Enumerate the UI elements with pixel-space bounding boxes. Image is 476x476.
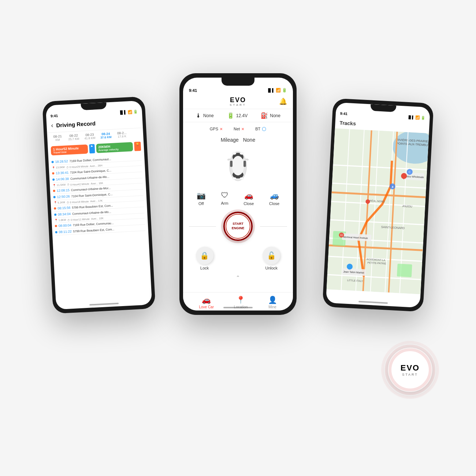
svg-rect-33 <box>397 264 412 277</box>
date-col-5[interactable]: 08-2... 17.8 K <box>115 131 130 138</box>
trunk-icon: 🚗 <box>244 191 253 200</box>
camera-control[interactable]: 📷 Off <box>197 191 206 206</box>
right-status-icons: ▐▌▌ 📶 🔋 <box>407 115 425 120</box>
lock-label: Lock <box>200 266 209 270</box>
evo-badge-logo: EVO <box>401 363 420 373</box>
battery-icon: 🔋 <box>133 109 138 114</box>
car-top-view <box>183 148 293 185</box>
bt-connection: BT ⬡ <box>255 126 266 132</box>
nav-love-car[interactable]: 🚗 Love Car <box>199 295 214 309</box>
camera-label: Off <box>198 201 204 206</box>
svg-text:C: C <box>409 170 411 174</box>
right-home-indicator <box>358 301 388 304</box>
love-car-label: Love Car <box>199 305 214 309</box>
window-control[interactable]: 🚙 Close <box>269 191 279 206</box>
date-col-3[interactable]: 08-23 41.8 KM <box>82 133 97 140</box>
phone-center: 9:41 ▐▌▌ 📶 🔋 EVO START 🔔 🌡 No <box>179 73 297 315</box>
trunk-control[interactable]: 🚗 Close <box>243 191 254 206</box>
travel-time-stat: 1 Hour52 Minute Travel time <box>51 144 88 155</box>
evo-badge: EVO START <box>388 348 432 392</box>
temp-sensor: 🌡 None <box>196 112 214 119</box>
svg-rect-5 <box>243 161 246 167</box>
window-icon: 🚙 <box>270 191 279 200</box>
mileage-row: Mileage None <box>183 135 293 144</box>
lock-button[interactable]: 🔒 Lock <box>196 247 213 270</box>
trip-list: 18:28:52 7169 Rue Dollier, Communaut... … <box>48 153 148 237</box>
start-engine-button[interactable]: STARTENGINE <box>223 212 253 241</box>
temp-value: None <box>203 113 214 118</box>
phone-left: 9:41 ▐▌▌ 📶 🔋 ‹ Driving Record 08-21 KM <box>42 96 156 314</box>
car-image-container <box>183 144 293 188</box>
bell-button[interactable]: 🔔 <box>279 97 287 105</box>
svg-text:➤: ➤ <box>391 185 394 189</box>
sensor-row: 🌡 None 🔋 12.4V ⛽ None <box>183 109 293 122</box>
back-button[interactable]: ‹ <box>51 122 53 129</box>
map-container[interactable]: RIVIÈRE-DES-PRAIRIES— POINTE-AUX-TREMBLE… <box>327 129 429 294</box>
shield-icon: 🛡 <box>221 191 228 200</box>
fuel-icon: ⛽ <box>261 112 268 119</box>
start-button-inner: STARTENGINE <box>226 214 250 239</box>
left-screen: 9:41 ▐▌▌ 📶 🔋 ‹ Driving Record 08-21 KM <box>46 101 152 310</box>
date-col-2[interactable]: 08-22 25.7 KM <box>66 133 81 141</box>
camera-icon: 📷 <box>197 191 206 200</box>
control-icons-row: 📷 Off 🛡 Arm 🚗 Close 🚙 Close <box>183 188 293 209</box>
nav-mine[interactable]: 👤 Mine <box>268 295 277 309</box>
wifi-icon: 📶 <box>415 115 420 120</box>
left-divider <box>189 226 216 227</box>
left-time: 9:41 <box>51 114 58 118</box>
center-status-icons: ▐▌▌ 📶 🔋 <box>267 88 287 93</box>
svg-point-8 <box>233 177 236 179</box>
trunk-label: Close <box>243 201 254 206</box>
driving-record-title: Driving Record <box>56 120 96 129</box>
unlock-label: Unlock <box>265 266 278 270</box>
center-screen: 9:41 ▐▌▌ 📶 🔋 EVO START 🔔 🌡 No <box>183 78 293 310</box>
center-home-indicator <box>223 307 253 308</box>
unlock-button[interactable]: 🔓 Unlock <box>263 247 280 270</box>
right-divider <box>260 226 287 227</box>
thermometer-icon: 🌡 <box>196 112 201 119</box>
battery-sensor-icon: 🔋 <box>227 112 234 119</box>
map-svg: RIVIÈRE-DES-PRAIRIES— POINTE-AUX-TREMBLE… <box>327 129 429 294</box>
location-icon: 📍 <box>236 295 245 304</box>
svg-text:ANJOU: ANJOU <box>402 204 413 208</box>
svg-point-7 <box>240 152 243 155</box>
battery-sensor: 🔋 12.4V <box>227 112 248 119</box>
profile-icon: 👤 <box>268 295 277 304</box>
mileage-label: Mileage <box>221 137 239 143</box>
signal-icon: ▐▌▌ <box>119 110 127 115</box>
center-notch <box>222 78 254 86</box>
date-col-1[interactable]: 08-21 KM <box>50 134 65 142</box>
net-disconnect-icon: ✕ <box>241 127 244 131</box>
center-time: 9:41 <box>189 88 197 93</box>
net-connection: Net ✕ <box>234 126 244 132</box>
swipe-handle[interactable]: ⌃ <box>183 273 293 282</box>
bluetooth-icon: ⬡ <box>262 126 266 132</box>
fuel-value: None <box>270 113 280 118</box>
voltage-value: 12.4V <box>236 113 248 118</box>
evo-header: EVO START 🔔 <box>183 94 293 109</box>
gps-connection: GPS ✕ <box>210 126 223 132</box>
wifi-icon: 📶 <box>276 88 281 93</box>
right-time: 9:41 <box>340 111 348 116</box>
connection-row: GPS ✕ Net ✕ BT ⬡ <box>183 122 293 135</box>
wifi-icon: 📶 <box>128 110 133 114</box>
signal-icon: ▐▌▌ <box>407 115 414 119</box>
lock-row: 🔒 Lock 🔓 Unlock <box>183 244 293 273</box>
tracks-title: Tracks <box>339 120 356 126</box>
left-home-indicator <box>89 303 119 306</box>
lock-circle: 🔒 <box>196 247 213 264</box>
phone-right: 9:41 ▐▌▌ 📶 🔋 Tracks RIVIÈRE-DES-PR <box>322 98 434 312</box>
svg-point-9 <box>240 177 243 179</box>
arm-label: Arm <box>221 201 228 205</box>
battery-icon: 🔋 <box>421 116 425 120</box>
date-col-4-active[interactable]: 08-24 37.6 KM <box>98 132 114 140</box>
left-status-icons: ▐▌▌ 📶 🔋 <box>119 109 138 115</box>
evo-badge-sub: START <box>402 373 418 376</box>
love-car-icon: 🚗 <box>202 295 211 304</box>
velocity-stat: 20KM/H Average velocity <box>96 142 133 153</box>
net-label: Net <box>234 127 240 131</box>
fuel-sensor: ⛽ None <box>261 112 280 119</box>
arm-control[interactable]: 🛡 Arm <box>221 191 228 206</box>
gps-disconnect-icon: ✕ <box>220 127 223 131</box>
svg-text:H: H <box>340 234 342 237</box>
